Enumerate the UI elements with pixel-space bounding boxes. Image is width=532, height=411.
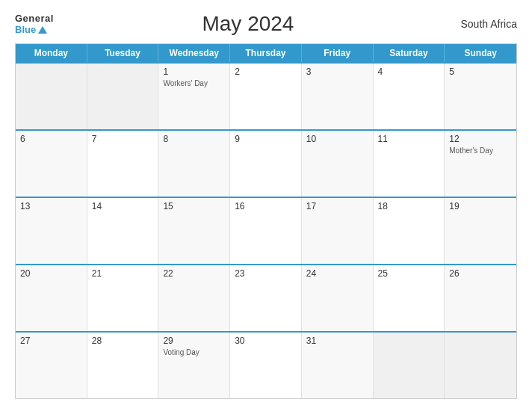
day-number: 3	[306, 67, 368, 77]
calendar-cell: 3	[302, 64, 374, 129]
day-number: 26	[449, 268, 512, 279]
calendar-cell: 2	[230, 64, 302, 129]
calendar-cell: 24	[302, 265, 374, 331]
day-number: 20	[20, 268, 82, 279]
calendar-page: General Blue May 2024 South Africa Monda…	[0, 0, 532, 411]
calendar-cell: 8	[158, 131, 230, 197]
header-day-wednesday: Wednesday	[158, 44, 230, 62]
calendar-cell: 30	[230, 333, 302, 398]
day-number: 29	[163, 336, 225, 346]
calendar-header: MondayTuesdayWednesdayThursdayFridaySatu…	[16, 44, 516, 62]
logo-blue-text: Blue	[15, 24, 47, 35]
logo-triangle-icon	[38, 26, 47, 34]
calendar-cell	[374, 333, 445, 398]
calendar-cell: 26	[445, 265, 516, 331]
calendar-cell: 15	[158, 198, 230, 264]
day-number: 19	[449, 201, 512, 211]
day-number: 5	[449, 67, 512, 77]
calendar-cell	[16, 64, 87, 129]
day-number: 16	[235, 201, 297, 211]
calendar-cell: 7	[87, 131, 159, 197]
calendar-cell: 12Mother's Day	[445, 131, 516, 197]
calendar-cell: 27	[16, 333, 87, 398]
calendar-cell: 29Voting Day	[158, 333, 230, 398]
calendar-cell: 23	[230, 265, 302, 331]
calendar-week-3: 13141516171819	[16, 197, 516, 264]
day-number: 6	[20, 134, 82, 144]
calendar-cell: 22	[158, 265, 230, 331]
calendar-cell: 1Workers' Day	[158, 64, 230, 129]
calendar-cell: 5	[445, 64, 516, 129]
header-day-sunday: Sunday	[445, 44, 516, 62]
day-number: 21	[92, 268, 154, 279]
day-number: 7	[92, 134, 154, 144]
calendar-cell: 6	[16, 131, 87, 197]
calendar-cell: 19	[445, 198, 516, 264]
day-number: 23	[235, 268, 297, 279]
day-number: 17	[306, 201, 368, 211]
calendar-cell: 17	[302, 198, 374, 264]
calendar-cell: 13	[16, 198, 87, 264]
calendar-cell	[87, 64, 159, 129]
header: General Blue May 2024 South Africa	[15, 12, 517, 36]
day-number: 28	[92, 336, 154, 346]
holiday-label: Workers' Day	[163, 78, 225, 88]
logo-general-text: General	[15, 13, 54, 24]
calendar-cell: 10	[302, 131, 374, 197]
calendar-cell: 20	[16, 265, 87, 331]
calendar-week-2: 6789101112Mother's Day	[16, 129, 516, 197]
day-number: 30	[235, 336, 297, 346]
day-number: 22	[163, 268, 225, 279]
holiday-label: Voting Day	[163, 347, 225, 357]
calendar-cell: 18	[374, 198, 445, 264]
calendar-week-1: 1Workers' Day2345	[16, 62, 516, 129]
calendar-cell: 31	[302, 333, 374, 398]
calendar-cell: 14	[87, 198, 159, 264]
day-number: 24	[306, 268, 368, 279]
header-day-saturday: Saturday	[374, 44, 445, 62]
day-number: 25	[378, 268, 440, 279]
header-day-thursday: Thursday	[230, 44, 302, 62]
header-day-friday: Friday	[302, 44, 374, 62]
calendar-week-4: 20212223242526	[16, 264, 516, 331]
calendar-cell: 25	[374, 265, 445, 331]
logo: General Blue	[15, 13, 54, 35]
header-day-monday: Monday	[16, 44, 87, 62]
calendar-cell: 21	[87, 265, 159, 331]
day-number: 15	[163, 201, 225, 211]
day-number: 8	[163, 134, 225, 144]
day-number: 4	[378, 67, 440, 77]
calendar-week-5: 272829Voting Day3031	[16, 331, 516, 398]
day-number: 13	[20, 201, 82, 211]
calendar-cell: 9	[230, 131, 302, 197]
day-number: 14	[92, 201, 154, 211]
month-title: May 2024	[54, 12, 442, 36]
day-number: 31	[306, 336, 368, 346]
day-number: 10	[306, 134, 368, 144]
day-number: 1	[163, 67, 225, 77]
day-number: 2	[235, 67, 297, 77]
day-number: 27	[20, 336, 82, 346]
day-number: 9	[235, 134, 297, 144]
day-number: 12	[449, 134, 512, 144]
day-number: 18	[378, 201, 440, 211]
country-label: South Africa	[442, 18, 517, 30]
calendar: MondayTuesdayWednesdayThursdayFridaySatu…	[15, 43, 517, 399]
header-day-tuesday: Tuesday	[87, 44, 159, 62]
calendar-cell: 11	[374, 131, 445, 197]
holiday-label: Mother's Day	[449, 146, 512, 155]
calendar-cell: 28	[87, 333, 159, 398]
day-number: 11	[378, 134, 440, 144]
calendar-body: 1Workers' Day23456789101112Mother's Day1…	[16, 62, 516, 398]
calendar-cell: 16	[230, 198, 302, 264]
calendar-cell: 4	[374, 64, 445, 129]
calendar-cell	[445, 333, 516, 398]
